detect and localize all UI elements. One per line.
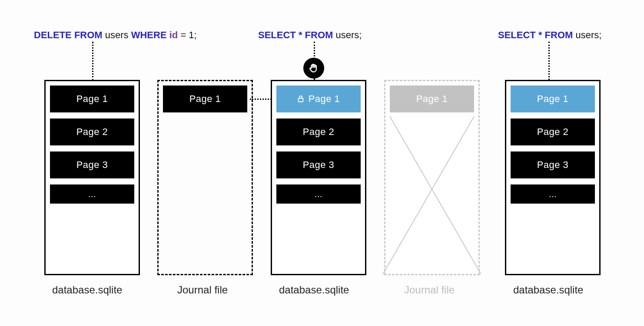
db3-page3-label: Page 3 [537, 159, 569, 171]
db-box-3: Page 1 Page 2 Page 3 ... [505, 80, 601, 275]
kw-delete-from: DELETE FROM [34, 30, 103, 40]
db1-page3: Page 3 [50, 151, 134, 178]
caption-db2: database.sqlite [279, 284, 349, 296]
db3-page2: Page 2 [511, 119, 595, 145]
connector-journal-to-db3 [250, 99, 272, 100]
db3-page1-label: Page 1 [537, 93, 569, 105]
db1-page3-label: Page 3 [76, 159, 108, 171]
db2-page-ellipsis: ... [276, 184, 361, 204]
caption-db1: database.sqlite [52, 284, 122, 296]
db1-page1-label: Page 1 [76, 93, 108, 105]
db2-page1-label: Page 1 [309, 93, 340, 105]
lock-icon [297, 95, 304, 103]
journal1-page1-label: Page 1 [189, 93, 221, 105]
connector-sql3-to-db5 [548, 42, 550, 80]
kw-select-1: SELECT * FROM [258, 30, 333, 40]
tbl-users-1: users [105, 30, 129, 40]
db-box-2: Page 1 Page 2 Page 3 ... [271, 80, 366, 275]
diagram-stage: DELETE FROM users WHERE id = 1; SELECT *… [0, 0, 644, 326]
stop-badge [303, 58, 324, 79]
db3-page-ellipsis: ... [511, 184, 595, 204]
tbl-users-3: users; [575, 30, 601, 40]
db1-page1: Page 1 [50, 86, 134, 112]
db3-ellipsis-label: ... [549, 189, 557, 199]
caption-db3: database.sqlite [513, 284, 583, 296]
db1-page2: Page 2 [50, 119, 134, 145]
caption-journal-ghost: Journal file [404, 284, 455, 296]
col-id: id [169, 30, 178, 40]
kw-where: WHERE [131, 30, 167, 40]
db1-page2-label: Page 2 [76, 126, 108, 138]
sql1-rest: = 1; [178, 30, 196, 40]
kw-select-2: SELECT * FROM [498, 30, 573, 40]
db2-page3: Page 3 [276, 151, 361, 178]
journal1-page1: Page 1 [163, 86, 247, 112]
journal-ghost-page1-label: Page 1 [416, 93, 448, 105]
db3-page3: Page 3 [511, 151, 595, 178]
tbl-users-2: users; [335, 30, 362, 40]
svg-rect-0 [298, 99, 303, 102]
db2-page2: Page 2 [276, 119, 361, 145]
db2-page3-label: Page 3 [303, 159, 335, 171]
db2-ellipsis-label: ... [315, 189, 322, 199]
sql-select-statement-1: SELECT * FROM users; [258, 30, 362, 41]
db1-ellipsis-label: ... [88, 189, 96, 199]
caption-journal1: Journal file [177, 284, 228, 296]
db3-page1: Page 1 [511, 86, 595, 112]
db2-page2-label: Page 2 [303, 126, 335, 138]
db2-page1-locked: Page 1 [276, 86, 361, 112]
sql-delete-statement: DELETE FROM users WHERE id = 1; [34, 30, 197, 41]
sql-select-statement-2: SELECT * FROM users; [498, 30, 601, 41]
db3-page2-label: Page 2 [537, 126, 569, 138]
db1-page-ellipsis: ... [50, 184, 134, 204]
connector-sql1-to-db1 [92, 42, 93, 81]
db-box-1: Page 1 Page 2 Page 3 ... [44, 80, 140, 275]
stop-hand-icon [308, 63, 319, 74]
journal-ghost-page1: Page 1 [390, 86, 474, 112]
journal-box-1: Page 1 [157, 80, 253, 275]
